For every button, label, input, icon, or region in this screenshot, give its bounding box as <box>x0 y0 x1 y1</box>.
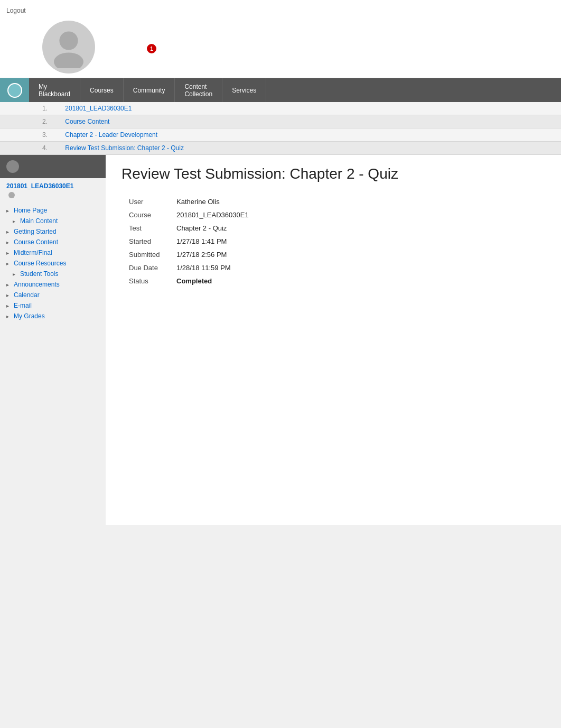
sidebar-item-course-resources[interactable]: ▸ Course Resources <box>0 258 106 269</box>
sidebar-arrow-email: ▸ <box>6 303 12 308</box>
breadcrumb-row-2: 2. Course Content <box>0 115 561 128</box>
nav-logo-circle <box>7 83 22 98</box>
sidebar-course-icon <box>8 192 15 198</box>
nav-menu: My Blackboard Courses Community Content … <box>29 78 561 102</box>
svg-point-0 <box>59 31 78 50</box>
submission-info-table: User Katherine Olis Course 201801_LEAD36… <box>127 195 259 288</box>
sidebar-course-link[interactable]: 201801_LEAD36030E1 <box>0 178 106 192</box>
nav-logo <box>0 78 29 102</box>
status-label: Status <box>127 274 174 288</box>
nav-item-courses[interactable]: Courses <box>80 78 124 102</box>
page-title: Review Test Submission: Chapter 2 - Quiz <box>121 165 545 182</box>
info-row-submitted: Submitted 1/27/18 2:56 PM <box>127 248 259 261</box>
sidebar-item-home-page[interactable]: ▸ Home Page <box>0 205 106 216</box>
sidebar-item-course-content[interactable]: ▸ Course Content <box>0 237 106 247</box>
sidebar-arrow-home: ▸ <box>6 208 12 213</box>
breadcrumb-row-4: 4. Review Test Submission: Chapter 2 - Q… <box>0 142 561 155</box>
main-layout: 201801_LEAD36030E1 ▸ Home Page ▸ Main Co… <box>0 155 561 525</box>
breadcrumb-container: 1. 201801_LEAD36030E1 2. Course Content … <box>0 102 561 155</box>
sidebar-arrow-main: ▸ <box>13 218 18 224</box>
avatar-image <box>48 26 90 68</box>
user-value: Katherine Olis <box>174 195 259 208</box>
breadcrumb-row-1: 1. 201801_LEAD36030E1 <box>0 102 561 115</box>
breadcrumb-num-3: 3. <box>42 131 48 139</box>
started-value: 1/27/18 1:41 PM <box>174 235 259 248</box>
sidebar-header-icon <box>6 160 19 173</box>
sidebar-arrow-resources: ▸ <box>6 261 12 266</box>
sidebar-item-email[interactable]: ▸ E-mail <box>0 300 106 311</box>
sidebar-header <box>0 155 106 178</box>
submitted-value: 1/27/18 2:56 PM <box>174 248 259 261</box>
sidebar-item-calendar[interactable]: ▸ Calendar <box>0 290 106 300</box>
breadcrumb-num-4: 4. <box>42 144 48 152</box>
test-label: Test <box>127 222 174 235</box>
info-row-started: Started 1/27/18 1:41 PM <box>127 235 259 248</box>
sidebar-arrow-student-tools: ▸ <box>13 271 18 277</box>
top-bar: Logout 1 <box>0 0 561 78</box>
sidebar-arrow-calendar: ▸ <box>6 292 12 298</box>
sidebar-navigation: ▸ Home Page ▸ Main Content ▸ Getting Sta… <box>0 203 106 324</box>
user-label: User <box>127 195 174 208</box>
submitted-label: Submitted <box>127 248 174 261</box>
info-row-status: Status Completed <box>127 274 259 288</box>
nav-bar: My Blackboard Courses Community Content … <box>0 78 561 102</box>
sidebar-arrow-getting-started: ▸ <box>6 229 12 234</box>
info-row-due-date: Due Date 1/28/18 11:59 PM <box>127 261 259 274</box>
sidebar-course-icon-area <box>0 192 106 200</box>
sidebar-item-student-tools[interactable]: ▸ Student Tools <box>0 269 106 279</box>
logout-link[interactable]: Logout <box>6 7 26 14</box>
sidebar-arrow-announcements: ▸ <box>6 282 12 287</box>
sidebar-item-my-grades[interactable]: ▸ My Grades <box>0 311 106 321</box>
due-date-label: Due Date <box>127 261 174 274</box>
info-row-test: Test Chapter 2 - Quiz <box>127 222 259 235</box>
course-label: Course <box>127 208 174 222</box>
sidebar: 201801_LEAD36030E1 ▸ Home Page ▸ Main Co… <box>0 155 106 525</box>
breadcrumb-num-2: 2. <box>42 118 48 125</box>
svg-point-1 <box>54 52 83 68</box>
info-row-user: User Katherine Olis <box>127 195 259 208</box>
breadcrumb-link-4[interactable]: Review Test Submission: Chapter 2 - Quiz <box>65 144 184 152</box>
nav-item-community[interactable]: Community <box>124 78 175 102</box>
started-label: Started <box>127 235 174 248</box>
sidebar-item-midterm-final[interactable]: ▸ Midterm/Final <box>0 247 106 258</box>
notification-badge[interactable]: 1 <box>147 44 156 53</box>
sidebar-arrow-my-grades: ▸ <box>6 314 12 319</box>
breadcrumb-link-3[interactable]: Chapter 2 - Leader Development <box>65 131 157 139</box>
nav-item-content-collection[interactable]: Content Collection <box>175 78 222 102</box>
sidebar-item-getting-started[interactable]: ▸ Getting Started <box>0 226 106 237</box>
content-area: Review Test Submission: Chapter 2 - Quiz… <box>106 155 561 525</box>
logout-area: Logout <box>0 4 561 16</box>
due-date-value: 1/28/18 11:59 PM <box>174 261 259 274</box>
avatar-area: 1 <box>0 16 561 78</box>
sidebar-arrow-course-content: ▸ <box>6 239 12 245</box>
breadcrumb-link-2[interactable]: Course Content <box>65 118 109 125</box>
sidebar-item-main-content[interactable]: ▸ Main Content <box>0 216 106 226</box>
sidebar-item-announcements[interactable]: ▸ Announcements <box>0 279 106 290</box>
sidebar-arrow-midterm: ▸ <box>6 250 12 255</box>
course-value: 201801_LEAD36030E1 <box>174 208 259 222</box>
breadcrumb-link-1[interactable]: 201801_LEAD36030E1 <box>65 105 132 112</box>
nav-item-services[interactable]: Services <box>222 78 266 102</box>
breadcrumb-row-3: 3. Chapter 2 - Leader Development <box>0 128 561 142</box>
info-row-course: Course 201801_LEAD36030E1 <box>127 208 259 222</box>
avatar <box>42 21 95 73</box>
breadcrumb-num-1: 1. <box>42 105 48 112</box>
test-value: Chapter 2 - Quiz <box>174 222 259 235</box>
status-value: Completed <box>174 274 259 288</box>
nav-item-my-blackboard[interactable]: My Blackboard <box>29 78 80 102</box>
